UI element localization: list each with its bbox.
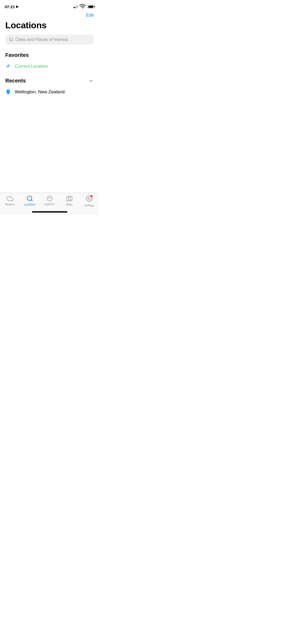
svg-point-8: [88, 198, 90, 200]
wifi-icon: [79, 3, 86, 10]
settings-badge: [91, 195, 93, 197]
tab-weather[interactable]: Weather: [0, 195, 20, 206]
main-content: Locations Cities and Places of Interest …: [0, 20, 99, 96]
tab-maps[interactable]: Maps: [59, 195, 79, 206]
recents-label: Recents: [5, 78, 26, 84]
carrot-tab-icon: [46, 195, 53, 202]
page-title: Locations: [5, 20, 94, 30]
signal-icon: [73, 5, 78, 8]
locations-tab-label: Locations: [24, 203, 35, 206]
settings-icon-wrapper: [86, 195, 93, 203]
edit-button[interactable]: Edit: [86, 13, 94, 18]
status-bar: 07:21 ▶: [0, 0, 99, 12]
chevron-down-icon[interactable]: [88, 78, 94, 84]
favorites-header: Favorites: [5, 52, 94, 58]
svg-marker-5: [67, 196, 72, 201]
tab-locations[interactable]: Locations: [20, 195, 40, 206]
svg-line-3: [31, 200, 32, 201]
svg-line-1: [12, 40, 13, 41]
search-bar[interactable]: Cities and Places of Interest: [5, 35, 94, 45]
tab-carrot[interactable]: CARROT: [40, 195, 59, 206]
svg-point-4: [47, 196, 52, 201]
locations-tab-icon: [26, 195, 33, 202]
current-location-text: Current Location: [15, 64, 48, 69]
location-arrow-icon: [5, 63, 11, 69]
tab-settings[interactable]: Settings: [79, 195, 99, 207]
weather-tab-label: Weather: [5, 203, 15, 206]
current-location-item[interactable]: Current Location: [5, 62, 94, 70]
search-icon: [9, 38, 13, 42]
pin-icon: [5, 89, 11, 95]
battery-icon: [88, 5, 94, 8]
recent-location-text: Wellington, New Zealand: [15, 89, 65, 95]
status-time: 07:21 ▶: [5, 4, 18, 9]
search-placeholder: Cities and Places of Interest: [15, 37, 68, 42]
recents-header-row: Recents: [5, 78, 94, 84]
weather-tab-icon: [7, 195, 13, 202]
maps-tab-icon: [66, 195, 73, 202]
home-indicator: [32, 211, 67, 213]
carrot-tab-label: CARROT: [44, 203, 55, 206]
nav-bar: Edit: [0, 12, 99, 20]
svg-point-2: [27, 196, 32, 200]
recent-location-item[interactable]: Wellington, New Zealand: [5, 88, 94, 96]
favorites-section: Favorites Current Location: [5, 52, 94, 70]
maps-tab-label: Maps: [66, 203, 72, 206]
recents-section: Recents Wellington, New Zealand: [5, 78, 94, 96]
settings-tab-label: Settings: [84, 204, 94, 207]
status-icons: [73, 3, 95, 10]
